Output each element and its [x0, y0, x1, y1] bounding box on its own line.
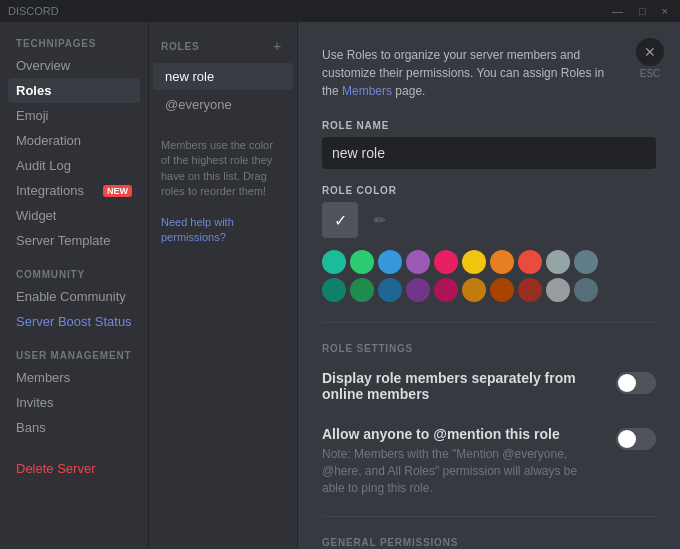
sidebar-item-overview[interactable]: Overview	[8, 53, 140, 78]
setting-allow-mention: Allow anyone to @mention this role Note:…	[322, 426, 656, 496]
role-name-input[interactable]	[322, 137, 656, 169]
color-swatch[interactable]	[546, 250, 570, 274]
role-color-label: ROLE COLOR	[322, 185, 656, 196]
members-link[interactable]: Members	[342, 84, 392, 98]
window-controls: — □ ×	[608, 5, 672, 17]
toggle-allow-mention[interactable]	[616, 428, 656, 450]
sidebar-item-enable-community[interactable]: Enable Community	[8, 284, 140, 309]
checkmark-icon: ✓	[334, 211, 347, 230]
role-item-new-role[interactable]: new role	[153, 63, 293, 90]
roles-info-text: Members use the color of the highest rol…	[149, 126, 297, 258]
section-label-community: COMMUNITY	[8, 269, 140, 280]
color-swatch[interactable]	[378, 250, 402, 274]
close-area: ✕ ESC	[636, 38, 664, 79]
maximize-btn[interactable]: □	[635, 5, 650, 17]
color-picker-button[interactable]: ✏	[366, 206, 394, 234]
color-selected-swatch[interactable]: ✓	[322, 202, 358, 238]
sidebar: TECHNIPAGES Overview Roles Emoji Moderat…	[0, 22, 148, 549]
setting-display-title: Display role members separately from onl…	[322, 370, 600, 402]
sidebar-item-server-template[interactable]: Server Template	[8, 228, 140, 253]
setting-display-separately: Display role members separately from onl…	[322, 370, 656, 406]
color-row: ✓ ✏	[322, 202, 656, 302]
roles-help-link[interactable]: Need help with permissions?	[161, 216, 234, 243]
color-swatch[interactable]	[462, 278, 486, 302]
minimize-btn[interactable]: —	[608, 5, 627, 17]
color-swatch[interactable]	[518, 250, 542, 274]
color-swatch[interactable]	[490, 250, 514, 274]
sidebar-item-roles[interactable]: Roles	[8, 78, 140, 103]
roles-panel: ROLES + new role @everyone Members use t…	[148, 22, 298, 549]
color-swatch[interactable]	[546, 278, 570, 302]
color-swatch[interactable]	[350, 278, 374, 302]
sidebar-item-integrations[interactable]: Integrations NEW	[8, 178, 140, 203]
sidebar-item-audit-log[interactable]: Audit Log	[8, 153, 140, 178]
color-swatch[interactable]	[518, 278, 542, 302]
setting-mention-title: Allow anyone to @mention this role	[322, 426, 600, 442]
color-swatch[interactable]	[350, 250, 374, 274]
color-grid	[322, 250, 598, 302]
divider-1	[322, 322, 656, 323]
sidebar-item-emoji[interactable]: Emoji	[8, 103, 140, 128]
toggle-display-separately[interactable]	[616, 372, 656, 394]
divider-2	[322, 516, 656, 517]
setting-mention-desc: Note: Members with the "Mention @everyon…	[322, 446, 600, 496]
color-swatch[interactable]	[322, 250, 346, 274]
color-swatch[interactable]	[322, 278, 346, 302]
general-permissions-label: GENERAL PERMISSIONS	[322, 537, 656, 548]
color-swatch[interactable]	[406, 278, 430, 302]
sidebar-item-members[interactable]: Members	[8, 365, 140, 390]
new-badge: NEW	[103, 185, 132, 197]
title-bar: DISCORD — □ ×	[0, 0, 680, 22]
section-label-technipages: TECHNIPAGES	[8, 38, 140, 49]
color-swatch[interactable]	[490, 278, 514, 302]
color-swatch[interactable]	[378, 278, 402, 302]
esc-label: ESC	[640, 68, 661, 79]
role-name-label: ROLE NAME	[322, 120, 656, 131]
sidebar-item-widget[interactable]: Widget	[8, 203, 140, 228]
color-swatch[interactable]	[462, 250, 486, 274]
sidebar-item-server-boost-status[interactable]: Server Boost Status	[8, 309, 140, 334]
main-content: ✕ ESC Use Roles to organize your server …	[298, 22, 680, 549]
section-label-user-management: USER MANAGEMENT	[8, 350, 140, 361]
color-swatch[interactable]	[574, 250, 598, 274]
color-swatch[interactable]	[434, 250, 458, 274]
app-title: DISCORD	[8, 5, 59, 17]
role-item-everyone[interactable]: @everyone	[153, 91, 293, 118]
sidebar-item-delete-server[interactable]: Delete Server	[8, 456, 140, 481]
close-button[interactable]: ✕	[636, 38, 664, 66]
role-settings-label: ROLE SETTINGS	[322, 343, 656, 354]
roles-header-label: ROLES	[161, 41, 199, 52]
sidebar-item-bans[interactable]: Bans	[8, 415, 140, 440]
sidebar-item-invites[interactable]: Invites	[8, 390, 140, 415]
color-swatch[interactable]	[434, 278, 458, 302]
roles-add-button[interactable]: +	[269, 38, 285, 54]
sidebar-item-moderation[interactable]: Moderation	[8, 128, 140, 153]
close-window-btn[interactable]: ×	[658, 5, 672, 17]
color-swatch[interactable]	[574, 278, 598, 302]
color-swatch[interactable]	[406, 250, 430, 274]
info-bar: Use Roles to organize your server member…	[322, 46, 656, 100]
